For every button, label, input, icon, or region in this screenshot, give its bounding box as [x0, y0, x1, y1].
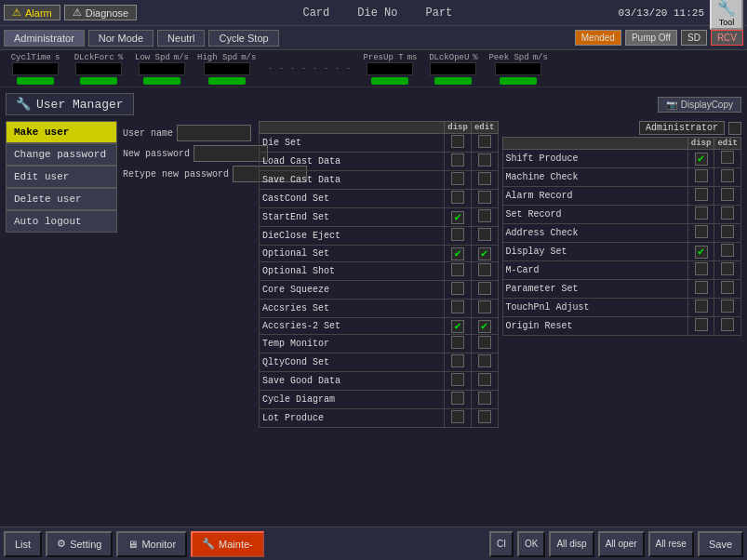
- admin-button[interactable]: Administrator: [4, 30, 85, 47]
- edit-cell[interactable]: [714, 317, 741, 336]
- edit-cell[interactable]: [471, 372, 498, 391]
- edit-cell[interactable]: [471, 190, 498, 208]
- edit-cell[interactable]: [714, 187, 741, 206]
- disp-cell[interactable]: ✔: [445, 318, 472, 335]
- edit-cell[interactable]: [471, 409, 498, 428]
- sidebar-item-make-user[interactable]: Make user: [6, 121, 117, 143]
- edit-checkbox[interactable]: [721, 262, 734, 275]
- edit-cell[interactable]: [471, 262, 498, 281]
- disp-checkbox[interactable]: [695, 169, 708, 182]
- display-copy-button[interactable]: 📷 DisplayCopy: [658, 97, 741, 113]
- sidebar-item-auto-logout[interactable]: Auto logout: [6, 210, 117, 233]
- sidebar-item-edit-user[interactable]: Edit user: [6, 166, 117, 188]
- edit-checkbox[interactable]: [721, 151, 734, 164]
- disp-cell[interactable]: [445, 171, 472, 190]
- disp-cell[interactable]: [687, 299, 714, 317]
- disp-cell[interactable]: [445, 391, 472, 409]
- disp-checkbox[interactable]: [451, 263, 464, 276]
- disp-checkbox[interactable]: [451, 300, 464, 313]
- edit-checkbox[interactable]: [478, 209, 491, 222]
- disp-cell[interactable]: [445, 190, 472, 208]
- setting-button[interactable]: ⚙ Setting: [46, 531, 113, 557]
- mended-button[interactable]: Mended: [575, 30, 621, 46]
- edit-checkbox[interactable]: ✔: [478, 320, 491, 333]
- disp-checkbox[interactable]: [695, 188, 708, 201]
- disp-checkbox[interactable]: [695, 207, 708, 220]
- disp-checkbox[interactable]: [695, 262, 708, 275]
- list-button[interactable]: List: [4, 531, 42, 557]
- tool-button[interactable]: 🔧 Tool: [710, 0, 743, 30]
- diagnose-button[interactable]: ⚠ Diagnose: [64, 5, 137, 20]
- edit-cell[interactable]: [471, 227, 498, 246]
- disp-checkbox[interactable]: [695, 281, 708, 294]
- pump-off-button[interactable]: Pump Off: [625, 30, 677, 46]
- disp-cell[interactable]: [445, 300, 472, 318]
- edit-cell[interactable]: [471, 353, 498, 372]
- edit-cell[interactable]: [471, 281, 498, 300]
- edit-cell[interactable]: [471, 134, 498, 153]
- all-oper-button[interactable]: All oper: [598, 531, 645, 557]
- disp-cell[interactable]: ✔: [687, 243, 714, 261]
- disp-checkbox[interactable]: [451, 373, 464, 386]
- disp-cell[interactable]: [445, 153, 472, 171]
- edit-checkbox[interactable]: [478, 263, 491, 276]
- disp-checkbox[interactable]: ✔: [695, 153, 708, 166]
- sidebar-item-delete-user[interactable]: Delete user: [6, 188, 117, 210]
- disp-checkbox[interactable]: [451, 228, 464, 241]
- edit-checkbox[interactable]: [478, 282, 491, 295]
- edit-checkbox[interactable]: [478, 392, 491, 405]
- newpassword-input[interactable]: [193, 145, 268, 162]
- disp-cell[interactable]: [445, 281, 472, 300]
- edit-checkbox[interactable]: [478, 135, 491, 148]
- edit-checkbox[interactable]: [478, 191, 491, 204]
- edit-checkbox[interactable]: [721, 188, 734, 201]
- all-disp-button[interactable]: All disp: [549, 531, 594, 557]
- disp-cell[interactable]: [445, 372, 472, 391]
- edit-cell[interactable]: [714, 299, 741, 317]
- edit-checkbox[interactable]: [478, 354, 491, 367]
- disp-checkbox[interactable]: ✔: [451, 320, 464, 333]
- edit-checkbox[interactable]: [478, 172, 491, 185]
- edit-cell[interactable]: [471, 300, 498, 318]
- edit-checkbox[interactable]: [721, 244, 734, 257]
- disp-checkbox[interactable]: ✔: [451, 247, 464, 260]
- disp-checkbox[interactable]: [695, 318, 708, 331]
- edit-cell[interactable]: [471, 208, 498, 227]
- ok-button[interactable]: OK: [517, 531, 545, 557]
- disp-cell[interactable]: ✔: [445, 246, 472, 262]
- disp-checkbox[interactable]: [451, 172, 464, 185]
- edit-checkbox[interactable]: [721, 300, 734, 313]
- edit-cell[interactable]: [714, 280, 741, 299]
- admin-checkbox[interactable]: [728, 122, 741, 135]
- username-input[interactable]: [177, 125, 251, 141]
- edit-checkbox[interactable]: [721, 169, 734, 182]
- edit-cell[interactable]: [471, 391, 498, 409]
- disp-cell[interactable]: ✔: [687, 150, 714, 168]
- edit-checkbox[interactable]: [478, 228, 491, 241]
- disp-checkbox[interactable]: ✔: [451, 211, 464, 224]
- edit-cell[interactable]: [471, 335, 498, 353]
- edit-cell[interactable]: [714, 243, 741, 261]
- disp-checkbox[interactable]: [451, 354, 464, 367]
- all-rese-button[interactable]: All rese: [648, 531, 694, 557]
- mainte-button[interactable]: 🔧 Mainte-: [191, 531, 264, 557]
- edit-checkbox[interactable]: [478, 153, 491, 167]
- rcv-button[interactable]: RCV: [711, 30, 743, 46]
- disp-cell[interactable]: [687, 280, 714, 299]
- edit-checkbox[interactable]: [478, 300, 491, 313]
- edit-cell[interactable]: [714, 150, 741, 168]
- edit-checkbox[interactable]: [721, 318, 734, 331]
- disp-checkbox[interactable]: [451, 153, 464, 167]
- disp-cell[interactable]: [687, 206, 714, 224]
- edit-checkbox[interactable]: [721, 207, 734, 220]
- disp-checkbox[interactable]: [451, 336, 464, 349]
- edit-checkbox[interactable]: [721, 225, 734, 238]
- disp-cell[interactable]: [445, 262, 472, 281]
- disp-cell[interactable]: [445, 335, 472, 353]
- disp-cell[interactable]: [445, 134, 472, 153]
- disp-checkbox[interactable]: [451, 392, 464, 405]
- disp-checkbox[interactable]: [451, 191, 464, 204]
- edit-cell[interactable]: [471, 153, 498, 171]
- edit-cell[interactable]: [714, 168, 741, 187]
- edit-checkbox[interactable]: [478, 336, 491, 349]
